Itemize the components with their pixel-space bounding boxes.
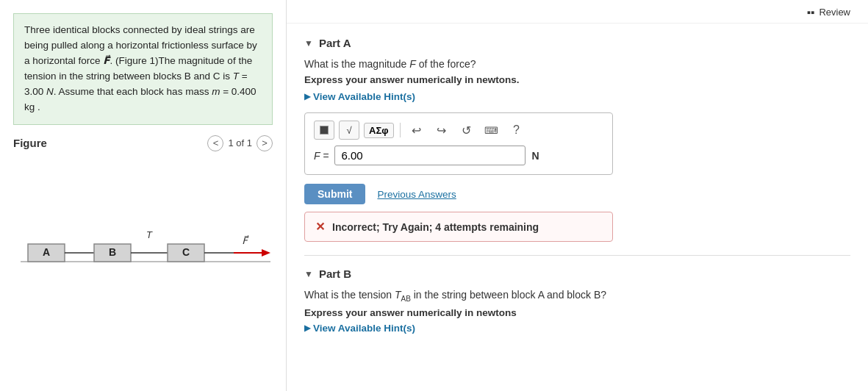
page-container: Three identical blocks connected by idea…: [0, 0, 868, 391]
problem-text: Three identical blocks connected by idea…: [13, 13, 273, 125]
help-icon: ?: [513, 123, 520, 137]
answer-input-a[interactable]: [334, 146, 526, 165]
part-b-question: What is the tension TAB in the string be…: [304, 289, 850, 303]
part-b-instruction: Express your answer numerically in newto…: [304, 307, 850, 318]
part-b-header[interactable]: ▼ Part B: [304, 268, 850, 280]
toolbar-separator-1: [400, 123, 401, 137]
hint-arrow-a: ▶: [304, 92, 310, 101]
unit-n-label: N: [531, 150, 539, 162]
part-a-instruction: Express your answer numerically in newto…: [304, 74, 850, 85]
figure-label: Figure: [13, 137, 207, 149]
part-a-answer-box: √ ΑΣφ ↩ ↪ ↺: [304, 112, 613, 175]
top-bar: ▪▪ Review: [287, 0, 868, 24]
part-b-arrow: ▼: [304, 269, 313, 279]
part-a-header[interactable]: ▼ Part A: [304, 37, 850, 49]
review-button[interactable]: ▪▪ Review: [807, 6, 850, 18]
prev-figure-button[interactable]: <: [207, 135, 223, 151]
submit-button[interactable]: Submit: [304, 184, 365, 204]
review-label: Review: [819, 7, 850, 18]
part-a-section: ▼ Part A What is the magnitude F of the …: [304, 37, 850, 242]
diagram-container: A B T C: [13, 216, 273, 277]
hint-label-a: View Available Hint(s): [313, 91, 415, 102]
submit-row: Submit Previous Answers: [304, 184, 850, 204]
refresh-icon: ↺: [462, 123, 471, 137]
svg-text:A: A: [43, 246, 50, 258]
figure-nav: < 1 of 1 >: [207, 135, 273, 151]
review-icon: ▪▪: [807, 6, 815, 18]
right-panel: ▪▪ Review ▼ Part A What is the magnitude…: [287, 0, 868, 391]
previous-answers-link[interactable]: Previous Answers: [377, 189, 456, 200]
f-label: F =: [314, 150, 329, 162]
redo-icon: ↪: [437, 123, 446, 137]
feedback-message: Incorrect; Try Again; 4 attempts remaini…: [332, 221, 539, 233]
part-a-question: What is the magnitude F of the force?: [304, 58, 850, 70]
hint-label-b: View Available Hint(s): [313, 323, 415, 334]
problem-paragraph: Three identical blocks connected by idea…: [24, 23, 262, 115]
figure-area: Figure < 1 of 1 > A: [0, 132, 286, 391]
svg-text:C: C: [182, 246, 190, 258]
refresh-btn[interactable]: ↺: [456, 121, 477, 140]
color-picker-btn[interactable]: [314, 121, 334, 140]
svg-marker-12: [262, 249, 270, 257]
sigma-icon: ΑΣφ: [369, 125, 389, 136]
svg-text:B: B: [109, 246, 116, 258]
undo-icon: ↩: [412, 123, 421, 137]
help-btn[interactable]: ?: [506, 121, 527, 140]
left-panel: Three identical blocks connected by idea…: [0, 0, 287, 391]
part-a-title: Part A: [319, 37, 351, 49]
unit-n: N: [46, 86, 54, 97]
keyboard-btn[interactable]: ⌨: [481, 121, 502, 140]
keyboard-icon: ⌨: [484, 125, 498, 136]
next-figure-button[interactable]: >: [257, 135, 273, 151]
feedback-box: ✕ Incorrect; Try Again; 4 attempts remai…: [304, 212, 613, 242]
svg-text:F⃗: F⃗: [242, 234, 249, 245]
input-row: F = N: [314, 146, 603, 165]
content-area: ▼ Part A What is the magnitude F of the …: [287, 24, 868, 391]
toolbar-row: √ ΑΣφ ↩ ↪ ↺: [314, 121, 603, 140]
redo-btn[interactable]: ↪: [431, 121, 452, 140]
tension-variable: T: [233, 71, 239, 82]
sqrt-icon: √: [346, 125, 351, 136]
part-a-arrow: ▼: [304, 38, 313, 49]
view-hint-b[interactable]: ▶ View Available Hint(s): [304, 323, 850, 334]
undo-btn[interactable]: ↩: [406, 121, 427, 140]
force-variable: F⃗: [103, 55, 110, 66]
part-b-section: ▼ Part B What is the tension TAB in the …: [304, 255, 850, 334]
view-hint-a[interactable]: ▶ View Available Hint(s): [304, 91, 850, 102]
sqrt-btn[interactable]: √: [339, 121, 359, 140]
figure-count: 1 of 1: [228, 137, 252, 148]
mass-variable: m: [212, 86, 220, 97]
diagram-svg: A B T C: [21, 216, 270, 275]
x-icon: ✕: [315, 220, 325, 234]
svg-text:T: T: [146, 229, 153, 240]
hint-arrow-b: ▶: [304, 323, 310, 333]
figure-label-row: Figure < 1 of 1 >: [13, 135, 273, 151]
sigma-btn[interactable]: ΑΣφ: [364, 123, 394, 138]
part-b-title: Part B: [319, 268, 351, 280]
